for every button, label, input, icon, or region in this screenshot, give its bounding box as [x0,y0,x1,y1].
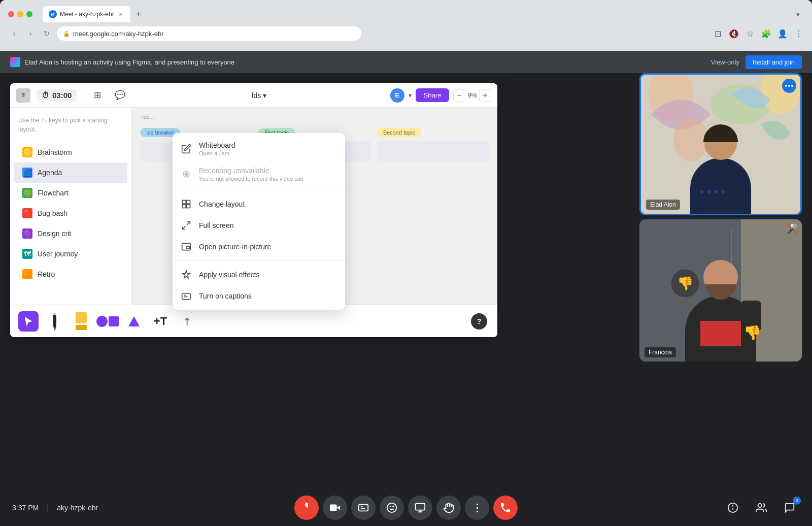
emoji-button[interactable] [380,496,404,520]
change-layout-label: Change layout [199,200,245,208]
shapes-button[interactable] [97,311,118,332]
person-francois: 👎 [675,250,766,361]
install-join-button[interactable]: Install and join [746,55,802,69]
sidebar-label-agenda: Agenda [38,169,62,177]
svg-rect-3 [183,201,186,204]
view-only-button[interactable]: View-only [711,58,739,66]
menu-item-change-layout[interactable]: Change layout [173,193,345,215]
people-button[interactable] [751,498,771,518]
menu-item-pip[interactable]: Open picture-in-picture [173,236,345,257]
pencil-tool-button[interactable] [45,311,65,332]
help-button[interactable]: ? [469,311,489,332]
elad-hair [703,124,738,142]
profile-icon[interactable]: 👤 [777,28,788,39]
user-avatar: E [390,88,404,103]
zoom-in-button[interactable]: + [479,89,491,102]
meeting-time: 3:37 PM [12,504,39,512]
sidebar-item-brainstorm[interactable]: 🟡 Brainstorm [14,142,127,162]
cursor-tool-button[interactable] [18,311,39,332]
tab-close-button[interactable]: ✕ [117,11,124,18]
mute-button[interactable] [294,496,319,520]
sidebar-label-retro: Retro [38,270,55,278]
rect-shape [109,316,119,326]
sidebar-label-userjourney: User journey [38,250,78,258]
cast-icon[interactable]: ⊡ [713,28,723,39]
svg-point-25 [387,503,396,512]
reload-button[interactable]: ↻ [41,27,53,40]
canvas-label: fds... [142,114,154,120]
grid-view-button[interactable]: ⊞ [89,87,106,104]
zoom-out-button[interactable]: − [453,89,465,102]
back-button[interactable]: ‹ [8,27,20,40]
menu-item-whiteboard[interactable]: Whiteboard Open a Jam [173,136,345,161]
notification-banner: Elad Alon is hosting an activity using F… [0,51,812,73]
recording-content: Recording unavailable You're not allowed… [199,167,303,182]
bottom-right-controls: 3 [723,498,800,518]
file-name-text: fds [252,91,261,100]
menu-item-captions[interactable]: Turn on captions [173,285,345,307]
captions-button[interactable] [351,496,376,520]
banner-text: Elad Alon is hosting an activity using F… [24,58,711,66]
figma-menu-button[interactable] [16,88,30,103]
url-text: meet.google.com/aky-hzpk-ehr [73,30,163,38]
visual-effects-icon [181,269,192,280]
captions-label: Turn on captions [199,292,252,300]
whiteboard-content: Whiteboard Open a Jam [199,141,235,156]
minimize-window-button[interactable] [17,11,23,17]
share-button[interactable]: Share [416,88,450,102]
arrow-tool-button[interactable]: ↗ [177,311,197,332]
address-bar[interactable]: 🔒 meet.google.com/aky-hzpk-ehr [57,26,361,41]
triangle-button[interactable] [124,311,144,332]
active-tab[interactable]: M Meet - aky-hzpk-ehr ✕ [43,6,130,22]
comment-button[interactable]: 💬 [112,87,128,104]
svg-rect-28 [416,504,425,510]
close-window-button[interactable] [8,11,14,17]
tab-favicon: M [49,10,57,18]
zoom-controls: − 9% + [453,89,491,102]
recording-label: Recording unavailable [199,167,303,175]
camera-button[interactable] [323,496,347,520]
present-button[interactable] [408,496,432,520]
meeting-separator: | [47,503,49,512]
chevron-down-icon-user[interactable]: ▾ [409,92,412,99]
bookmark-icon[interactable]: ☆ [745,28,755,39]
sidebar-item-userjourney[interactable]: 🗺 User journey [14,244,127,264]
text-tool-button[interactable]: +T [150,311,171,332]
more-options-button[interactable]: ⋮ [465,496,489,520]
sidebar-item-retro[interactable]: 🟠 Retro [14,264,127,284]
raise-hand-icon [443,502,454,513]
fullscreen-window-button[interactable] [26,11,32,17]
menu-item-visual-effects[interactable]: Apply visual effects [173,264,345,285]
extensions-icon[interactable]: 🧩 [761,28,771,39]
sticky-note-1 [76,312,87,323]
svg-rect-6 [187,205,190,208]
sticky-notes-button[interactable] [71,311,91,332]
raise-hand-button[interactable] [436,496,461,520]
video-panel-francois: 👎 👎 🎤 Francois [639,219,802,361]
file-name-dropdown[interactable]: fds ▾ [252,91,267,100]
video-more-button-elad[interactable] [782,79,796,93]
recording-icon [181,169,192,180]
svg-rect-23 [330,505,337,511]
sidebar-item-flowchart[interactable]: 🟢 Flowchart [14,183,127,203]
menu-icon[interactable]: ⋮ [794,28,804,39]
video-panels: Elad Alon [639,73,802,361]
mute-tab-icon[interactable]: 🔇 [729,28,739,39]
sidebar-item-bugbash[interactable]: 🔴 Bug bash [14,203,127,223]
sidebar-label-designcrit: Design crit [38,229,71,238]
forward-button[interactable]: › [24,27,37,40]
sidebar-item-agenda[interactable]: 🟦 Agenda [14,162,127,183]
sidebar-item-designcrit[interactable]: 🟣 Design crit [14,223,127,244]
sticky-note-2 [76,325,87,330]
end-call-button[interactable] [493,496,518,520]
menu-item-fullscreen[interactable]: Full screen [173,215,345,236]
svg-point-2 [185,173,188,176]
browser-dropdown[interactable]: ▾ [796,11,800,18]
chat-badge: 3 [793,497,801,505]
chat-button[interactable]: 3 [780,498,800,518]
timer-display: ⏱ 03:00 [37,89,77,102]
lock-icon: 🔒 [63,30,70,37]
new-tab-button[interactable]: + [132,8,145,20]
canvas-column-second: Second topic [377,128,489,329]
info-button[interactable] [723,498,743,518]
